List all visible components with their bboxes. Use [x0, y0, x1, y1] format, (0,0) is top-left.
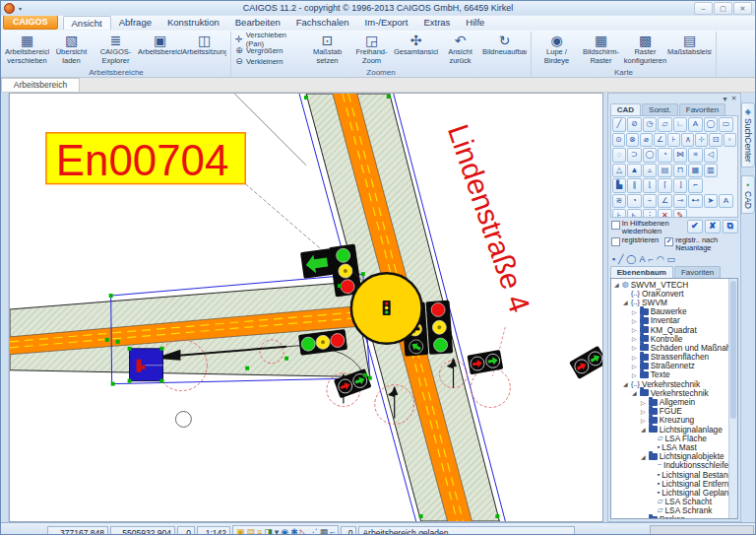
road-horizontal[interactable] [10, 282, 377, 377]
tab-bearbeiten[interactable]: Bearbeiten [227, 16, 288, 29]
map-canvas[interactable]: En00704 Lindenstraße 4 [9, 93, 603, 522]
statusbar-icon[interactable]: ▣ [236, 526, 245, 535]
tree-expander-icon[interactable]: ▷ [631, 354, 638, 361]
cancel-button[interactable]: ✘ [705, 220, 721, 234]
tree-expander-icon[interactable]: ◢ [631, 389, 638, 396]
statusbar-icon[interactable]: ▤ [247, 526, 256, 535]
induction-loop-object[interactable] [130, 349, 163, 381]
arbeitsbereich-verschieben-button[interactable]: ▦Arbeitsbereich verschieben [5, 33, 49, 65]
cad-tool-icon[interactable]: ⊙ [612, 133, 625, 148]
cad-tool-icon[interactable]: ◷ [643, 117, 658, 132]
draw-mode-icon[interactable]: ▪ [612, 254, 615, 264]
cad-tool-icon[interactable]: ✎ [673, 209, 688, 218]
close-icon[interactable]: ✕ [731, 95, 737, 102]
tree-expander-icon[interactable]: ▷ [640, 399, 647, 406]
scrollbar-thumb[interactable] [730, 281, 736, 419]
tab-fachschalen[interactable]: Fachschalen [288, 16, 357, 29]
cad-tool-icon[interactable]: A [688, 117, 703, 132]
panel-tab-sonst[interactable]: Sonst. [642, 103, 678, 115]
cad-tool-icon[interactable]: ⊡ [709, 133, 722, 148]
caigos-explorer-button[interactable]: ≣CAIGOS-Explorer [94, 33, 138, 65]
tab-hilfe[interactable]: Hilfe [458, 16, 492, 29]
minimize-button[interactable]: – [694, 2, 713, 15]
tree-tab-ebenenbaum[interactable]: Ebenenbaum [610, 266, 673, 278]
tree-expander-icon[interactable]: ▷ [631, 317, 638, 324]
pedestrian-signal[interactable] [569, 346, 602, 379]
cad-tool-icon[interactable]: ◌ [612, 148, 627, 163]
tree-expander-icon[interactable]: ◢ [622, 299, 629, 305]
tree-item[interactable]: ▷Straßennetz [612, 362, 737, 370]
statusbar-icon[interactable]: ≡ [257, 526, 262, 535]
traffic-light-arrow-signal[interactable] [300, 248, 333, 279]
statusbar-icon[interactable]: ⌐ [330, 526, 335, 535]
panel-tab-favoriten[interactable]: Favoriten [679, 103, 725, 115]
cad-tool-icon[interactable]: ⋈ [673, 148, 688, 163]
side-tab-suchcenter[interactable]: ◈SuchCenter [741, 102, 755, 167]
scale-indicator[interactable]: 1:142 [197, 526, 230, 535]
cad-tool-icon[interactable]: ⊦ [667, 133, 680, 148]
raster-konfigurieren-button[interactable]: ▩Raster konfigurieren [623, 33, 667, 65]
cad-tool-icon[interactable]: ≋ [612, 194, 627, 209]
tree-expander-icon[interactable]: ◢ [640, 426, 647, 433]
tab-abfrage[interactable]: Abfrage [111, 16, 159, 29]
cad-tool-icon[interactable]: ▲ [627, 164, 642, 178]
tab-ansicht[interactable]: Ansicht [63, 16, 111, 30]
cad-tool-icon[interactable]: ⊗ [626, 133, 639, 148]
tree-expander-icon[interactable]: ▷ [631, 363, 638, 369]
cad-tool-icon[interactable]: ⌊ [643, 178, 658, 193]
cad-tool-icon[interactable]: ⊓ [673, 164, 688, 178]
tree-expander-icon[interactable]: ◢ [613, 281, 620, 288]
massstab-setzen-button[interactable]: ⊡Maßstab setzen [305, 33, 349, 65]
pin-icon[interactable]: ▼ [722, 96, 728, 102]
tab-extras[interactable]: Extras [415, 16, 458, 29]
side-tab-cad[interactable]: ▪CAD [741, 175, 755, 214]
tree-expander-icon[interactable]: ◢ [640, 453, 647, 460]
cad-tool-icon[interactable]: ⌈ [658, 178, 672, 193]
cad-tool-icon[interactable]: ∠ [658, 194, 672, 209]
tree-expander-icon[interactable]: ▷ [631, 326, 638, 333]
cad-tool-icon[interactable]: ◔ [627, 194, 642, 209]
statusbar-icon[interactable]: ▦ [320, 526, 329, 535]
tree-expander-icon[interactable]: ▷ [640, 516, 647, 519]
draw-mode-icon[interactable]: ╱ [618, 254, 623, 264]
tree-expander-icon[interactable]: ▷ [640, 417, 647, 424]
tree-scrollbar[interactable] [728, 279, 737, 518]
statusbar-icon[interactable]: ⋰ [309, 526, 318, 535]
tree-expander-icon[interactable]: ▷ [631, 344, 638, 351]
cad-tool-icon[interactable]: ▙ [612, 178, 627, 193]
tree-expander-icon[interactable]: ▷ [640, 408, 647, 415]
tree-expander-icon[interactable]: ▷ [631, 335, 638, 342]
street-label[interactable]: Lindenstraße 4 [442, 120, 536, 316]
statusbar-icon[interactable]: ◨ [264, 526, 273, 535]
cad-tool-icon[interactable]: ⊸ [673, 194, 688, 209]
bildschirm-raster-button[interactable]: ▦Bildschirm-Raster [579, 33, 623, 65]
cad-tool-icon[interactable]: ▭ [719, 117, 733, 132]
statusbar-icon[interactable]: ▾ [275, 526, 280, 535]
cad-tool-icon[interactable]: ▥ [704, 164, 719, 178]
cad-tool-icon[interactable]: ▵ [643, 164, 658, 178]
tree-expander-icon[interactable]: ▷ [631, 371, 638, 378]
cad-tool-icon[interactable]: △ [612, 164, 627, 178]
checkbox-registrieren[interactable] [611, 237, 620, 246]
draw-mode-icon[interactable]: A [639, 254, 645, 264]
tree-item[interactable]: {..}OraKonvert [612, 289, 737, 298]
cad-tool-icon[interactable]: ⊹ [695, 133, 708, 148]
tree-tab-favoriten[interactable]: Favoriten [674, 266, 721, 278]
cad-tool-icon[interactable]: ⊦ [612, 209, 627, 218]
cad-tool-icon[interactable]: ⌀ [640, 133, 653, 148]
verschieben-pan-button[interactable]: ✛Verschieben (Pan) [234, 34, 305, 44]
draw-mode-icon[interactable]: ◠ [657, 254, 664, 264]
dialog-button[interactable]: ⧉ [723, 220, 738, 234]
tab-konstruktion[interactable]: Konstruktion [159, 16, 227, 29]
pedestrian-signal[interactable] [468, 350, 504, 374]
checkbox-hilfsebenen[interactable] [611, 221, 620, 230]
confirm-button[interactable]: ✔ [687, 220, 703, 234]
close-button[interactable]: ✕ [733, 2, 752, 15]
cad-tool-icon[interactable]: ◁ [704, 148, 719, 163]
tree-expander-icon[interactable]: ◢ [622, 380, 629, 387]
cad-tool-icon[interactable]: ╱ [612, 117, 627, 132]
cad-tool-icon[interactable]: ⊘ [627, 117, 642, 132]
cad-tool-icon[interactable]: ◔ [658, 148, 672, 163]
cad-tool-icon[interactable]: ➤ [704, 194, 719, 209]
checkbox-registr-neuanlage[interactable]: ✓ [664, 237, 673, 246]
